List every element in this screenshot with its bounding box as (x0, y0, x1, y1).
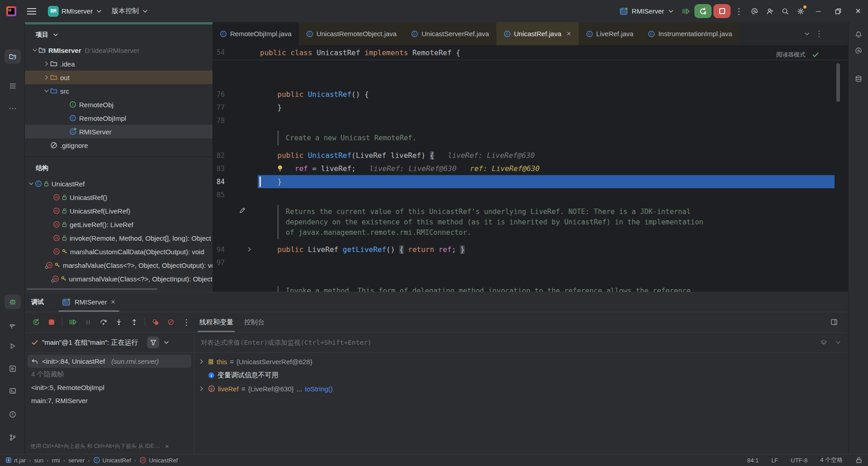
settings-button[interactable] (793, 4, 808, 18)
resume-button[interactable] (65, 315, 80, 329)
caret-position[interactable]: 84:1 (747, 457, 759, 464)
chevron-down-icon[interactable] (31, 47, 38, 54)
horizontal-scrollbar[interactable] (27, 288, 158, 290)
line-number[interactable]: 97 (215, 259, 225, 267)
toolwindow-button-build-hammer[interactable] (5, 319, 21, 333)
tree-item-getLiveRef(): LiveRef[interactable]: mgetLiveRef(): LiveRef (25, 218, 212, 231)
code-line-83[interactable]: 83 ref = liveRef;liveRef: LiveRef@630ref… (212, 162, 848, 175)
line-separator[interactable]: LF (771, 457, 778, 464)
line-number[interactable]: 85 (215, 191, 225, 199)
tostring-link[interactable]: toString() (305, 385, 333, 393)
evaluate-expression-field[interactable]: 对表达式求值(Enter)或添加监视(Ctrl+Shift+Enter) (194, 333, 848, 353)
toolwindow-button-debug-bug[interactable] (5, 295, 21, 309)
stack-frame-row[interactable]: <init>:5, RemoteObjImpl (25, 381, 194, 394)
editor-tab-UnicastRef.java[interactable]: CUnicastRef.java✕ (496, 22, 579, 45)
more-options-button[interactable]: ⋮ (179, 315, 194, 329)
main-menu-icon[interactable] (27, 8, 36, 14)
close-session-icon[interactable]: ✕ (111, 299, 116, 305)
mute-breakpoints-button[interactable] (163, 315, 179, 329)
breadcrumb-rt.jar[interactable]: rt.jar (5, 457, 26, 464)
tree-item-marshalValue(Class<?>, Object, ObjectOutput): void[interactable]: mmarshalValue(Class<?>, Object, ObjectOu… (25, 258, 212, 272)
pencil-icon[interactable] (239, 207, 246, 214)
debug-view-tab-控制台[interactable]: 控制台 (239, 312, 270, 332)
editor-tab-UnicastRemoteObject.java[interactable]: CUnicastRemoteObject.java (299, 22, 404, 45)
code-line-76[interactable]: 76 public UnicastRef() { (212, 88, 848, 101)
code-area[interactable]: 76 public UnicastRef() {77 }78Create a n… (212, 66, 848, 292)
toolwindow-button-services[interactable] (5, 361, 21, 376)
project-panel-header[interactable]: 项目 (25, 24, 212, 43)
unlock-icon[interactable] (855, 456, 863, 464)
code-line-78[interactable]: 78 (212, 114, 848, 127)
stack-frame-row[interactable]: <init>:84, UnicastRef(sun.rmi.server) (28, 355, 191, 368)
code-line-blank[interactable] (212, 269, 848, 282)
line-number[interactable]: 82 (215, 152, 225, 160)
restore-button[interactable] (828, 0, 848, 22)
chevron-right-icon[interactable] (198, 358, 205, 365)
indent-setting[interactable]: 4 个空格 (820, 456, 843, 464)
reader-mode-widget[interactable]: 阅读器模式 (776, 51, 819, 59)
tree-item-src[interactable]: src (25, 84, 212, 98)
search-everywhere-button[interactable] (778, 4, 793, 18)
inspections-ok-icon[interactable] (812, 52, 819, 58)
code-with-me-button[interactable] (762, 4, 778, 18)
structure-panel-header[interactable]: 结构 (25, 157, 212, 177)
toolwindow-button-ai-assistant[interactable] (850, 43, 867, 58)
run-configuration-widget[interactable]: RMIServer (616, 5, 678, 18)
step-into-button[interactable] (111, 315, 127, 329)
tree-item-RemoteObj[interactable]: IRemoteObj (25, 98, 212, 111)
tree-item-RemoteObjImpl[interactable]: CRemoteObjImpl (25, 111, 212, 125)
stack-frame-row[interactable]: main:7, RMIServer (25, 394, 194, 407)
hint-close-icon[interactable]: ✕ (165, 443, 169, 450)
breadcrumb-sun[interactable]: sun (34, 457, 43, 464)
stack-frame-row[interactable]: 4 个隐藏帧 (25, 368, 194, 381)
tree-item-UnicastRef()[interactable]: mUnicastRef() (25, 190, 212, 204)
rerun-debug-button[interactable] (694, 4, 712, 18)
close-button[interactable]: ✕ (848, 0, 868, 22)
chevron-down-icon[interactable] (835, 339, 842, 346)
toolwindow-button-git-branch[interactable] (5, 430, 21, 445)
editor-tab-RemoteObjImpl.java[interactable]: CRemoteObjImpl.java (212, 22, 299, 45)
stop-button[interactable] (44, 315, 59, 329)
close-tab-icon[interactable]: ✕ (566, 30, 571, 37)
file-encoding[interactable]: UTF-8 (791, 457, 807, 464)
stop-button[interactable] (713, 4, 731, 18)
chevron-right-icon[interactable] (198, 385, 205, 392)
code-line-84[interactable]: 84 } (212, 175, 848, 188)
view-breakpoints-button[interactable] (148, 315, 163, 329)
resume-program-button[interactable] (678, 4, 693, 18)
editor-tab-UnicastServerRef.java[interactable]: CUnicastServerRef.java (404, 22, 496, 45)
inline-watches-icon[interactable] (820, 339, 827, 346)
tree-item-RMIserver[interactable]: RMIserverD:\idea\RMIserver (25, 43, 212, 57)
tree-item-marshalCustomCallData(ObjectOutput): void[interactable]: mmarshalCustomCallData(ObjectOutput): vo… (25, 245, 212, 258)
debug-session-tab[interactable]: RMIServer ✕ (56, 292, 122, 312)
variable-row[interactable]: this = {UnicastServerRef@628} (194, 355, 848, 368)
line-number[interactable]: 77 (215, 104, 225, 112)
tree-item-.idea[interactable]: .idea (25, 57, 212, 71)
tab-list-more-icon[interactable]: ⋮ (815, 29, 823, 38)
toolwindow-button-database[interactable] (850, 71, 867, 86)
tree-item-UnicastRef[interactable]: CUnicastRef (25, 177, 212, 190)
ai-assistant-button[interactable] (747, 4, 762, 18)
code-line-82[interactable]: 82 public UnicastRef(LiveRef liveRef) {l… (212, 149, 848, 162)
chevron-right-icon[interactable] (43, 60, 50, 67)
step-out-button[interactable] (127, 315, 142, 329)
chevron-down-icon[interactable] (43, 87, 50, 95)
rerun-button[interactable] (28, 315, 44, 329)
code-line-77[interactable]: 77 } (212, 101, 848, 114)
more-actions-button[interactable]: ⋮ (731, 4, 747, 18)
tree-item-RMIServer[interactable]: CRMIServer (25, 125, 212, 138)
code-line-85[interactable]: 85 (212, 188, 848, 201)
variable-row[interactable]: i变量调试信息不可用 (194, 368, 848, 382)
chevron-right-icon[interactable] (43, 74, 50, 81)
line-number[interactable]: 84 (215, 178, 225, 186)
variable-row[interactable]: pliveRef = {LiveRef@630} ... toString() (194, 382, 848, 395)
line-number[interactable]: 83 (215, 165, 225, 173)
editor-tab-LiveRef.java[interactable]: CLiveRef.java (579, 22, 641, 45)
debug-view-tab-线程和变量[interactable]: 线程和变量 (194, 312, 239, 332)
line-number[interactable]: 94 (215, 246, 225, 254)
chevron-down-icon[interactable] (803, 30, 811, 38)
toolwindow-button-project-folder[interactable] (5, 49, 21, 64)
project-widget[interactable]: RM RMIserver (43, 3, 107, 19)
pause-button[interactable] (80, 315, 96, 329)
chevron-down-icon[interactable] (163, 339, 170, 346)
